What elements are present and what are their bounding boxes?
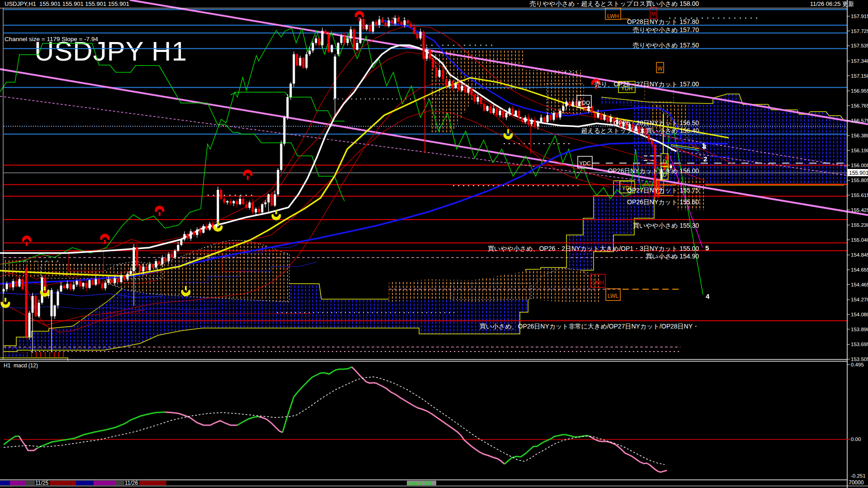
svg-text:-0.251: -0.251: [851, 473, 866, 479]
svg-text:売りやや小さめ 157.70: 売りやや小さめ 157.70: [633, 26, 699, 33]
svg-text:OP26日NYカット大きめ 156.00: OP26日NYカット大きめ 156.00: [608, 167, 699, 174]
svg-text:155.615: 155.615: [851, 192, 868, 198]
svg-text:買いやや小さめ、OP26・2日NYカット大きめ/OP1・3日: 買いやや小さめ、OP26・2日NYカット大きめ/OP1・3日NYカット 155.…: [488, 245, 699, 252]
svg-text:155.425: 155.425: [851, 207, 868, 213]
svg-text:156.765: 156.765: [851, 103, 868, 108]
svg-text:154.270: 154.270: [851, 297, 868, 302]
svg-text:OP27日NYカット 155.75: OP27日NYカット 155.75: [627, 187, 699, 194]
svg-text:154.655: 154.655: [851, 267, 868, 272]
svg-text:11/26: 11/26: [125, 480, 138, 486]
svg-text:157.535: 157.535: [851, 43, 868, 48]
svg-text:155.805: 155.805: [851, 178, 868, 183]
svg-text:156.000: 156.000: [851, 163, 868, 168]
svg-text:155.230: 155.230: [851, 222, 868, 228]
svg-text:D: D: [663, 159, 667, 165]
svg-text:OP26日NYカット 155.60: OP26日NYカット 155.60: [627, 198, 699, 206]
svg-text:157.340: 157.340: [851, 58, 868, 64]
svg-text:LWL: LWL: [608, 293, 618, 299]
svg-text:154.080: 154.080: [851, 312, 868, 317]
svg-text:YDO: YDO: [578, 100, 590, 106]
svg-text:USDJPY,H1 155.901 155.901 155: USDJPY,H1 155.901 155.901 155.901 155.90…: [5, 0, 129, 7]
svg-text:YDC: YDC: [579, 160, 591, 167]
svg-text:5: 5: [705, 244, 709, 252]
svg-text:LWH: LWH: [607, 13, 619, 19]
svg-text:1: 1: [702, 141, 705, 149]
svg-text:70000: 70000: [849, 479, 864, 486]
svg-text:売りやや小さめ 157.50: 売りやや小さめ 157.50: [633, 42, 699, 49]
svg-text:156.380: 156.380: [851, 133, 868, 138]
svg-text:OP26・28日NYカット 156.50: OP26・28日NYカット 156.50: [613, 119, 699, 127]
svg-text:買い小さめ、OP26日NYカット非常に大きめ/OP27日NY: 買い小さめ、OP26日NYカット非常に大きめ/OP27日NYカット/OP28日N…: [480, 323, 699, 330]
svg-text:155.040: 155.040: [851, 237, 868, 243]
svg-text:4: 4: [706, 292, 710, 300]
svg-text:買いやや小さめ 155.30: 買いやや小さめ 155.30: [633, 222, 699, 229]
svg-text:H1 macd (12): H1 macd (12): [4, 362, 38, 369]
svg-text:2: 2: [703, 155, 707, 163]
svg-text:macd ON: macd ON: [408, 480, 431, 487]
svg-text:M: M: [651, 11, 656, 17]
svg-text:153.695: 153.695: [851, 342, 868, 347]
svg-text:157.915: 157.915: [851, 14, 868, 19]
svg-text:0.495: 0.495: [851, 362, 864, 367]
svg-text:156.955: 156.955: [851, 88, 868, 94]
svg-text:W: W: [657, 66, 663, 72]
svg-text:153.505: 153.505: [851, 357, 868, 362]
svg-text:154.845: 154.845: [851, 252, 868, 258]
svg-text:超えるとストップロス買い小さめ 156.40: 超えるとストップロス買い小さめ 156.40: [581, 127, 699, 134]
svg-text:157.150: 157.150: [851, 73, 868, 79]
svg-text:154.465: 154.465: [851, 282, 868, 287]
svg-text:156.575: 156.575: [851, 118, 868, 123]
svg-text:買い小さめ 154.90: 買い小さめ 154.90: [646, 253, 699, 260]
svg-text:0.00: 0.00: [851, 436, 861, 442]
svg-text:11/25: 11/25: [35, 480, 48, 486]
svg-text:LMH: LMH: [592, 280, 604, 286]
svg-text:155.901: 155.901: [849, 170, 868, 176]
svg-text:153.890: 153.890: [851, 327, 868, 332]
svg-text:156.190: 156.190: [851, 148, 868, 153]
svg-text:OP28日NYカット 157.80: OP28日NYカット 157.80: [627, 18, 699, 25]
svg-text:Channel size = 1179 Slope = -7: Channel size = 1179 Slope = -7.94: [5, 36, 98, 42]
svg-text:売りやや小さめ・超えるとストップロス買い小さめ 158.00: 売りやや小さめ・超えるとストップロス買い小さめ 158.00: [530, 0, 699, 7]
svg-text:157.725: 157.725: [851, 28, 868, 34]
svg-text:売り、OP26・27日NYカット 157.00: 売り、OP26・27日NYカット 157.00: [594, 80, 699, 88]
